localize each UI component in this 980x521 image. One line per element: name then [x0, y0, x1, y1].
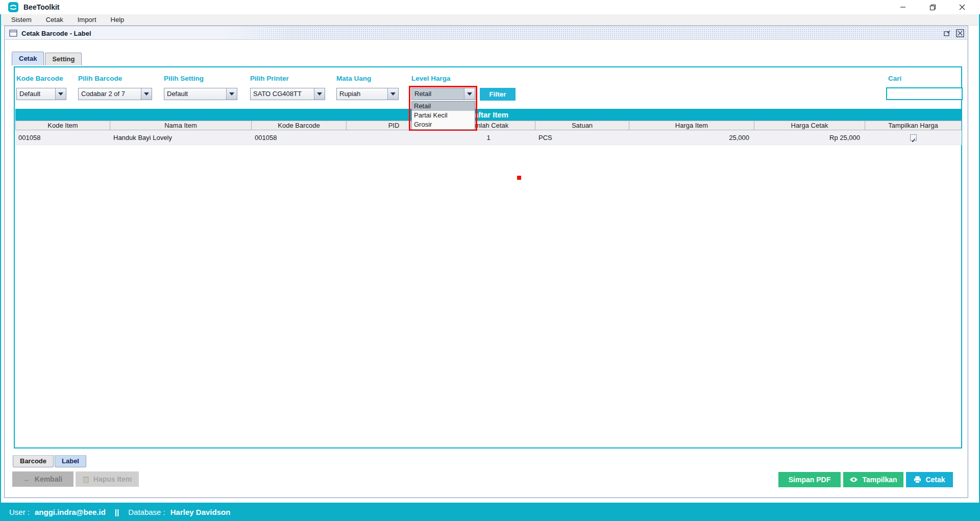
cetak-label: Cetak — [925, 476, 945, 484]
window-controls — [888, 0, 977, 14]
frame-window-icon — [9, 29, 17, 37]
frame-title: Cetak Barcode - Label — [21, 30, 91, 37]
tab-setting[interactable]: Setting — [45, 53, 82, 65]
tab-barcode[interactable]: Barcode — [13, 455, 54, 467]
level-harga-select[interactable]: Retail — [411, 88, 475, 100]
col-kode-item[interactable]: Kode Item — [15, 121, 110, 130]
cetak-barcode-frame: Cetak Barcode - Label Cetak Setting Kode… — [4, 26, 968, 498]
cell-tampilkan-harga — [865, 130, 962, 145]
col-satuan[interactable]: Satuan — [535, 121, 629, 130]
mata-uang-select[interactable]: Rupiah — [336, 88, 399, 100]
simpan-pdf-button[interactable]: Simpan PDF — [778, 472, 841, 487]
pilih-barcode-value: Codabar 2 of 7 — [79, 88, 141, 100]
dropdown-option-retail[interactable]: Retail — [412, 102, 475, 111]
dropdown-option-grosir[interactable]: Grosir — [412, 120, 475, 129]
frame-titlebar[interactable]: Cetak Barcode - Label — [5, 27, 967, 40]
daftar-item-table: Daftar Item Kode Item Nama Item Kode Bar… — [15, 109, 962, 145]
frame-close-icon — [956, 29, 964, 37]
tab-label[interactable]: Label — [55, 455, 86, 467]
frame-restore-button[interactable] — [942, 29, 951, 38]
col-nama-item[interactable]: Nama Item — [110, 121, 252, 130]
cell-harga-cetak: Rp 25,000 — [754, 130, 865, 145]
col-kode-barcode[interactable]: Kode Barcode — [252, 121, 347, 130]
minimize-button[interactable] — [888, 0, 918, 14]
database-label: Database : — [128, 508, 165, 516]
chevron-down-icon[interactable] — [464, 88, 475, 100]
database-value: Harley Davidson — [170, 508, 231, 516]
printer-icon — [914, 476, 921, 483]
cari-label: Cari — [888, 75, 901, 82]
pilih-barcode-select[interactable]: Codabar 2 of 7 — [78, 88, 152, 100]
cell-nama-item: Handuk Bayi Lovely — [110, 130, 252, 145]
menu-help[interactable]: Help — [104, 14, 132, 26]
level-harga-dropdown-list: Retail Partai Kecil Grosir — [411, 101, 475, 130]
tampilkan-label: Tampilkan — [862, 476, 897, 484]
mata-uang-value: Rupiah — [337, 88, 387, 100]
close-button[interactable] — [947, 0, 977, 14]
kembali-label: Kembali — [35, 475, 62, 483]
chevron-down-icon[interactable] — [387, 88, 398, 100]
dropdown-option-partai-kecil[interactable]: Partai Kecil — [412, 111, 475, 120]
minimize-icon — [900, 4, 906, 10]
statusbar: User : anggi.indra@bee.id || Database : … — [0, 503, 980, 521]
kode-barcode-label: Kode Barcode — [16, 75, 63, 82]
pilih-printer-value: SATO CG408TT — [251, 88, 314, 100]
filter-button[interactable]: Filter — [480, 88, 516, 101]
pilih-printer-label: Pilih Printer — [250, 75, 289, 82]
menu-sistem[interactable]: Sistem — [4, 14, 39, 26]
cell-harga-item: 25,000 — [629, 130, 754, 145]
tampilkan-button[interactable]: Tampilkan — [843, 472, 903, 487]
level-harga-label: Level Harga — [411, 75, 451, 82]
table-header-row: Kode Item Nama Item Kode Barcode PID Jum… — [15, 121, 962, 130]
frame-controls — [942, 29, 965, 38]
chevron-down-icon[interactable] — [226, 88, 237, 100]
window-border-left — [0, 14, 1, 521]
simpan-pdf-label: Simpan PDF — [789, 476, 830, 484]
cetak-button[interactable]: Cetak — [906, 472, 953, 487]
chevron-down-icon[interactable] — [314, 88, 325, 100]
frame-close-button[interactable] — [955, 29, 965, 38]
col-harga-cetak[interactable]: Harga Cetak — [754, 121, 865, 130]
user-label: User : — [9, 508, 30, 516]
menubar: Sistem Cetak Import Help — [1, 14, 979, 26]
table-row[interactable]: 001058 Handuk Bayi Lovely 001058 1 PCS 2… — [15, 130, 962, 145]
kode-barcode-value: Default — [17, 88, 55, 100]
hapus-item-button[interactable]: Hapus Item — [76, 471, 139, 487]
frame-restore-icon — [943, 30, 951, 37]
chevron-down-icon[interactable] — [141, 88, 152, 100]
chevron-down-icon[interactable] — [55, 88, 66, 100]
hapus-item-label: Hapus Item — [93, 475, 132, 483]
close-icon — [959, 4, 965, 10]
pilih-setting-label: Pilih Setting — [164, 75, 204, 82]
mode-tabs: Barcode Label — [13, 455, 87, 468]
main-tabs: Cetak Setting — [12, 52, 83, 65]
restore-icon — [929, 4, 936, 11]
pilih-setting-select[interactable]: Default — [164, 88, 237, 100]
back-arrow-icon: ← — [23, 475, 31, 483]
app-title: BeeToolkit — [23, 3, 60, 11]
annotation-red-dot — [517, 176, 521, 180]
menu-import[interactable]: Import — [70, 14, 104, 26]
cari-input[interactable] — [886, 87, 963, 100]
col-tampilkan-harga[interactable]: Tampilkan Harga — [865, 121, 962, 130]
menu-cetak[interactable]: Cetak — [39, 14, 70, 26]
pilih-barcode-label: Pilih Barcode — [78, 75, 122, 82]
restore-button[interactable] — [918, 0, 947, 14]
eye-icon — [849, 477, 858, 483]
tab-cetak[interactable]: Cetak — [12, 52, 44, 65]
pilih-printer-select[interactable]: SATO CG408TT — [250, 88, 325, 100]
kembali-button[interactable]: ← Kembali — [12, 471, 74, 487]
trash-icon — [83, 476, 89, 483]
table-title: Daftar Item — [15, 109, 962, 121]
tampilkan-harga-checkbox[interactable] — [910, 134, 917, 141]
mata-uang-label: Mata Uang — [336, 75, 371, 82]
cell-kode-item: 001058 — [15, 130, 110, 145]
cell-satuan: PCS — [535, 130, 629, 145]
col-harga-item[interactable]: Harga Item — [629, 121, 754, 130]
kode-barcode-select[interactable]: Default — [16, 88, 66, 100]
pilih-setting-value: Default — [164, 88, 226, 100]
statusbar-separator: || — [115, 508, 119, 516]
beetoolkit-logo-icon — [8, 2, 18, 12]
user-value: anggi.indra@bee.id — [35, 508, 106, 516]
cell-kode-barcode: 001058 — [252, 130, 347, 145]
